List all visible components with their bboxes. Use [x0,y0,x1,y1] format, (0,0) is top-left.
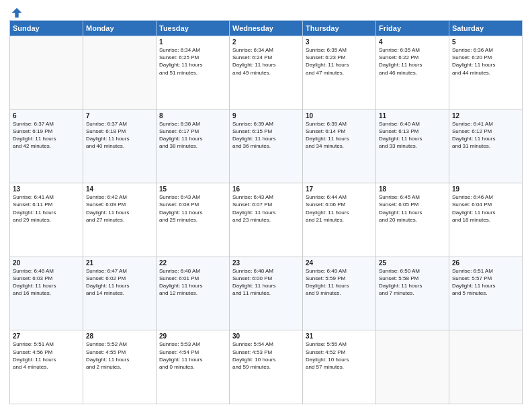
cell-content: Sunrise: 6:37 AM Sunset: 6:18 PM Dayligh… [86,120,153,150]
header [9,7,523,16]
cell-content: Sunrise: 6:42 AM Sunset: 6:09 PM Dayligh… [86,193,153,224]
day-number: 17 [306,185,373,193]
calendar-cell: 26Sunrise: 6:51 AM Sunset: 5:57 PM Dayli… [449,257,523,330]
cell-content: Sunrise: 6:41 AM Sunset: 6:12 PM Dayligh… [452,120,519,150]
cell-content: Sunrise: 6:43 AM Sunset: 6:08 PM Dayligh… [159,193,226,224]
calendar-cell: 23Sunrise: 6:48 AM Sunset: 6:00 PM Dayli… [230,257,303,330]
calendar-cell: 3Sunrise: 6:35 AM Sunset: 6:23 PM Daylig… [303,36,376,110]
week-row: 6Sunrise: 6:37 AM Sunset: 6:19 PM Daylig… [10,109,523,183]
calendar-cell: 1Sunrise: 6:34 AM Sunset: 6:25 PM Daylig… [157,36,230,110]
day-header: Friday [376,21,449,36]
calendar-cell [376,330,449,404]
calendar-cell: 29Sunrise: 5:53 AM Sunset: 4:54 PM Dayli… [157,330,230,404]
day-header: Sunday [10,21,83,36]
day-number: 25 [379,259,446,267]
day-number: 23 [232,259,300,267]
day-number: 27 [13,332,80,340]
week-row: 27Sunrise: 5:51 AM Sunset: 4:56 PM Dayli… [10,330,523,404]
day-number: 18 [379,185,446,193]
day-number: 29 [159,332,226,340]
cell-content: Sunrise: 6:34 AM Sunset: 6:24 PM Dayligh… [232,46,300,77]
day-number: 21 [86,259,153,267]
cell-content: Sunrise: 6:36 AM Sunset: 6:20 PM Dayligh… [452,46,519,77]
day-number: 4 [379,38,446,46]
day-number: 7 [86,112,153,120]
cell-content: Sunrise: 6:49 AM Sunset: 5:59 PM Dayligh… [306,267,373,298]
calendar-cell: 7Sunrise: 6:37 AM Sunset: 6:18 PM Daylig… [83,109,157,183]
calendar-cell: 30Sunrise: 5:54 AM Sunset: 4:53 PM Dayli… [230,330,303,404]
day-number: 3 [306,38,373,46]
week-row: 1Sunrise: 6:34 AM Sunset: 6:25 PM Daylig… [10,36,523,110]
calendar-cell: 18Sunrise: 6:45 AM Sunset: 6:05 PM Dayli… [376,183,449,257]
cell-content: Sunrise: 5:52 AM Sunset: 4:55 PM Dayligh… [86,340,153,371]
cell-content: Sunrise: 6:46 AM Sunset: 6:04 PM Dayligh… [452,193,519,224]
cell-content: Sunrise: 6:45 AM Sunset: 6:05 PM Dayligh… [379,193,446,224]
day-number: 20 [13,259,80,267]
calendar-cell: 21Sunrise: 6:47 AM Sunset: 6:02 PM Dayli… [83,257,157,330]
day-number: 19 [452,185,519,193]
day-header: Monday [83,21,157,36]
calendar-cell: 27Sunrise: 5:51 AM Sunset: 4:56 PM Dayli… [10,330,83,404]
day-number: 24 [306,259,373,267]
calendar-cell: 8Sunrise: 6:38 AM Sunset: 6:17 PM Daylig… [157,109,230,183]
cell-content: Sunrise: 6:39 AM Sunset: 6:14 PM Dayligh… [306,120,373,150]
logo-text [9,7,23,19]
week-row: 13Sunrise: 6:41 AM Sunset: 6:11 PM Dayli… [10,183,523,257]
cell-content: Sunrise: 6:43 AM Sunset: 6:07 PM Dayligh… [232,193,300,224]
calendar-cell: 11Sunrise: 6:40 AM Sunset: 6:13 PM Dayli… [376,109,449,183]
logo [9,7,23,16]
day-number: 12 [452,112,519,120]
cell-content: Sunrise: 6:38 AM Sunset: 6:17 PM Dayligh… [159,120,226,150]
day-number: 10 [306,112,373,120]
cell-content: Sunrise: 6:34 AM Sunset: 6:25 PM Dayligh… [159,46,226,77]
day-number: 1 [159,38,226,46]
calendar-cell: 16Sunrise: 6:43 AM Sunset: 6:07 PM Dayli… [230,183,303,257]
cell-content: Sunrise: 6:37 AM Sunset: 6:19 PM Dayligh… [13,120,80,150]
week-row: 20Sunrise: 6:46 AM Sunset: 6:03 PM Dayli… [10,257,523,330]
day-number: 16 [232,185,300,193]
cell-content: Sunrise: 5:53 AM Sunset: 4:54 PM Dayligh… [159,340,226,371]
day-header: Thursday [303,21,376,36]
calendar-cell: 22Sunrise: 6:48 AM Sunset: 6:01 PM Dayli… [157,257,230,330]
calendar-cell: 25Sunrise: 6:50 AM Sunset: 5:58 PM Dayli… [376,257,449,330]
cell-content: Sunrise: 6:44 AM Sunset: 6:06 PM Dayligh… [306,193,373,224]
cell-content: Sunrise: 6:39 AM Sunset: 6:15 PM Dayligh… [232,120,300,150]
calendar-cell: 19Sunrise: 6:46 AM Sunset: 6:04 PM Dayli… [449,183,523,257]
day-number: 30 [232,332,300,340]
cell-content: Sunrise: 5:51 AM Sunset: 4:56 PM Dayligh… [13,340,80,371]
calendar-cell [449,330,523,404]
day-number: 31 [306,332,373,340]
calendar: SundayMondayTuesdayWednesdayThursdayFrid… [9,20,523,404]
calendar-cell: 6Sunrise: 6:37 AM Sunset: 6:19 PM Daylig… [10,109,83,183]
day-header: Saturday [449,21,523,36]
calendar-cell: 2Sunrise: 6:34 AM Sunset: 6:24 PM Daylig… [230,36,303,110]
day-number: 8 [159,112,226,120]
calendar-cell: 10Sunrise: 6:39 AM Sunset: 6:14 PM Dayli… [303,109,376,183]
calendar-cell: 4Sunrise: 6:35 AM Sunset: 6:22 PM Daylig… [376,36,449,110]
day-number: 15 [159,185,226,193]
cell-content: Sunrise: 6:47 AM Sunset: 6:02 PM Dayligh… [86,267,153,298]
cell-content: Sunrise: 5:54 AM Sunset: 4:53 PM Dayligh… [232,340,300,371]
cell-content: Sunrise: 5:55 AM Sunset: 4:52 PM Dayligh… [306,340,373,371]
calendar-cell [83,36,157,110]
page: SundayMondayTuesdayWednesdayThursdayFrid… [0,0,532,411]
day-number: 14 [86,185,153,193]
day-number: 28 [86,332,153,340]
calendar-cell [10,36,83,110]
calendar-cell: 31Sunrise: 5:55 AM Sunset: 4:52 PM Dayli… [303,330,376,404]
cell-content: Sunrise: 6:41 AM Sunset: 6:11 PM Dayligh… [13,193,80,224]
day-number: 26 [452,259,519,267]
day-number: 13 [13,185,80,193]
calendar-cell: 13Sunrise: 6:41 AM Sunset: 6:11 PM Dayli… [10,183,83,257]
svg-marker-0 [12,8,21,17]
day-header: Wednesday [230,21,303,36]
cell-content: Sunrise: 6:51 AM Sunset: 5:57 PM Dayligh… [452,267,519,298]
cell-content: Sunrise: 6:35 AM Sunset: 6:22 PM Dayligh… [379,46,446,77]
cell-content: Sunrise: 6:40 AM Sunset: 6:13 PM Dayligh… [379,120,446,150]
cell-content: Sunrise: 6:50 AM Sunset: 5:58 PM Dayligh… [379,267,446,298]
calendar-cell: 5Sunrise: 6:36 AM Sunset: 6:20 PM Daylig… [449,36,523,110]
calendar-cell: 20Sunrise: 6:46 AM Sunset: 6:03 PM Dayli… [10,257,83,330]
day-number: 22 [159,259,226,267]
day-header: Tuesday [157,21,230,36]
calendar-cell: 28Sunrise: 5:52 AM Sunset: 4:55 PM Dayli… [83,330,157,404]
